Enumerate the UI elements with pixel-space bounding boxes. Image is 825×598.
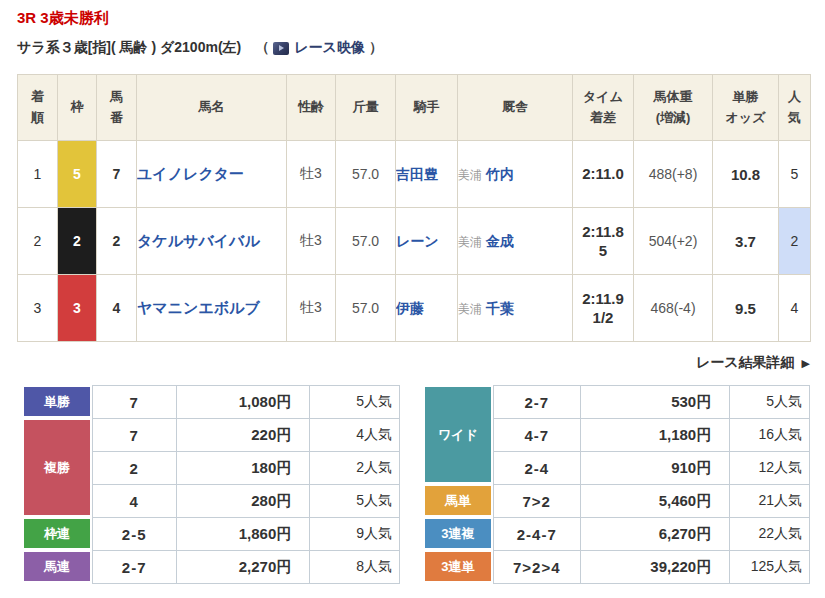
win-odds: 3.7 (713, 208, 779, 275)
payout-combination: 2-7 (493, 386, 580, 419)
horse-number: 7 (97, 141, 137, 208)
payout-values-right: 2-7 530円 5人気 4-7 1,180円 16人気 2-4 910円 12… (493, 385, 810, 584)
payout-row: 2-5 1,860円 9人気 (92, 518, 399, 551)
paren-close: ） (369, 39, 383, 57)
payout-amount: 180円 (176, 452, 310, 485)
frame-number: 3 (58, 275, 97, 342)
payout-amount: 280円 (176, 485, 310, 518)
payout-combination: 2-4-7 (493, 518, 580, 551)
race-conditions: サラ系３歳[指]( 馬齢 ) ダ2100m(左) （ レース映像 ） (17, 39, 810, 57)
payout-combination: 2-4 (493, 452, 580, 485)
payout-amount: 1,860円 (176, 518, 310, 551)
race-result-detail-link[interactable]: レース結果詳細▶ (696, 354, 810, 370)
finish-position: 2 (18, 208, 58, 275)
payout-row: 7 220円 4人気 (92, 419, 399, 452)
time-margin: 2:11.0 (573, 141, 634, 208)
time-margin: 2:11.8 5 (573, 208, 634, 275)
col-header-sex-age: 性齢 (287, 75, 336, 141)
jockey-link[interactable]: レーン (396, 233, 439, 249)
stable-area: 美浦 (458, 168, 482, 182)
payout-combination: 2 (92, 452, 176, 485)
payout-popularity: 16人気 (730, 419, 810, 452)
col-header-horse-name: 馬名 (137, 75, 287, 141)
payout-amount: 6,270円 (580, 518, 730, 551)
col-header-body-weight: 馬体重 (増減) (634, 75, 713, 141)
payout-row: 7>2>4 39,220円 125人気 (493, 551, 809, 584)
popularity: 2 (779, 208, 811, 275)
payout-combination: 7>2>4 (493, 551, 580, 584)
payout-row: 4-7 1,180円 16人気 (493, 419, 809, 452)
payout-amount: 39,220円 (580, 551, 730, 584)
results-header-row: 着 順 枠 馬 番 馬名 性齢 斤量 騎手 厩舎 タイム 着差 馬体重 (増減)… (18, 75, 811, 141)
jockey-link[interactable]: 吉田豊 (396, 166, 438, 182)
payout-values-left: 7 1,080円 5人気 7 220円 4人気 2 180円 2人気 4 280… (92, 385, 400, 584)
payout-row: 4 280円 5人気 (92, 485, 399, 518)
payout-popularity: 8人気 (310, 551, 400, 584)
col-header-stable: 厩舎 (458, 75, 573, 141)
jockey-link[interactable]: 伊藤 (396, 300, 424, 316)
bet-type-label-wide: ワイド (423, 385, 493, 484)
finish-time: 2:11.8 (573, 222, 633, 242)
horse-name-link[interactable]: ユイノレクター (137, 165, 244, 182)
video-play-icon (273, 42, 289, 55)
payout-combination: 2-7 (92, 551, 176, 584)
payout-popularity: 125人気 (730, 551, 810, 584)
col-header-frame: 枠 (58, 75, 97, 141)
bet-type-label-quinella: 馬連 (22, 550, 92, 583)
col-header-win-odds: 単勝 オッズ (713, 75, 779, 141)
horse-name-link[interactable]: ヤマニンエボルブ (137, 299, 260, 316)
frame-number: 2 (58, 208, 97, 275)
col-header-popularity: 人 気 (779, 75, 811, 141)
col-header-horse-no: 馬 番 (97, 75, 137, 141)
win-odds: 9.5 (713, 275, 779, 342)
payout-popularity: 9人気 (310, 518, 400, 551)
col-header-finish: 着 順 (18, 75, 58, 141)
result-row: 2 2 2 タケルサバイバル 牡3 57.0 レーン 美浦金成 2:11.8 5… (18, 208, 811, 275)
payout-amount: 2,270円 (176, 551, 310, 584)
payout-table-left: 単勝 複勝 枠連 馬連 7 1,080円 5人気 7 220円 4人気 2 (22, 385, 400, 584)
payout-row: 7>2 5,460円 21人気 (493, 485, 809, 518)
payout-row: 7 1,080円 5人気 (92, 386, 399, 419)
bet-type-label-bracket-quinella: 枠連 (22, 517, 92, 550)
bet-type-label-trio: 3連複 (423, 517, 493, 550)
col-header-time-margin: タイム 着差 (573, 75, 634, 141)
payout-popularity: 12人気 (730, 452, 810, 485)
bet-type-label-exacta: 馬単 (423, 484, 493, 517)
payout-amount: 910円 (580, 452, 730, 485)
payout-popularity: 5人気 (310, 386, 400, 419)
finish-time: 2:11.0 (573, 164, 633, 184)
body-weight: 488(+8) (634, 141, 713, 208)
payout-table-right: ワイド 馬単 3連複 3連単 2-7 530円 5人気 4-7 1,180円 1… (423, 385, 810, 584)
payout-popularity: 21人気 (730, 485, 810, 518)
bet-type-labels: 単勝 複勝 枠連 馬連 (22, 385, 92, 584)
horse-name-link[interactable]: タケルサバイバル (137, 232, 260, 249)
sex-age: 牡3 (287, 141, 336, 208)
sex-age: 牡3 (287, 275, 336, 342)
payout-combination: 4 (92, 485, 176, 518)
payout-popularity: 4人気 (310, 419, 400, 452)
popularity: 5 (779, 141, 811, 208)
bet-type-label-trifecta: 3連単 (423, 550, 493, 583)
payout-popularity: 5人気 (730, 386, 810, 419)
payout-row: 2-7 2,270円 8人気 (92, 551, 399, 584)
horse-number: 2 (97, 208, 137, 275)
time-margin: 2:11.9 1/2 (573, 275, 634, 342)
trainer-link[interactable]: 金成 (486, 233, 514, 249)
payout-popularity: 22人気 (730, 518, 810, 551)
payout-combination: 2-5 (92, 518, 176, 551)
race-title: 3R 3歳未勝利 (17, 9, 810, 28)
horse-number: 4 (97, 275, 137, 342)
race-video-link[interactable]: レース映像 (294, 39, 365, 57)
trainer-link[interactable]: 竹内 (486, 166, 514, 182)
payout-amount: 1,080円 (176, 386, 310, 419)
bet-type-label-win: 単勝 (22, 385, 92, 418)
finish-position: 1 (18, 141, 58, 208)
trainer-link[interactable]: 千葉 (486, 300, 514, 316)
payout-row: 2 180円 2人気 (92, 452, 399, 485)
payout-amount: 530円 (580, 386, 730, 419)
payout-row: 2-4-7 6,270円 22人気 (493, 518, 809, 551)
payout-row: 2-4 910円 12人気 (493, 452, 809, 485)
popularity: 4 (779, 275, 811, 342)
win-odds: 10.8 (713, 141, 779, 208)
col-header-jockey: 騎手 (396, 75, 458, 141)
